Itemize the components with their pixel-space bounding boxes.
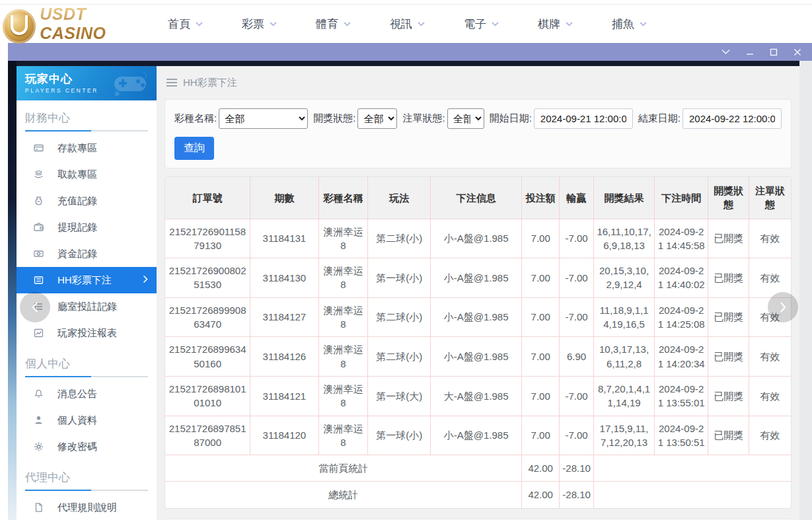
nav-item-live[interactable]: 視訊 — [390, 17, 425, 32]
nav-item-fishing[interactable]: 捕魚 — [612, 17, 647, 32]
nav-item-electronic[interactable]: 電子 — [464, 17, 499, 32]
sidebar-item-withdraw[interactable]: 取款專區 — [17, 161, 157, 188]
cell-period: 31184131 — [250, 219, 318, 258]
sidebar-item-withdrawal-record[interactable]: 提現記錄 — [17, 214, 157, 241]
sidebar-item-agent-rules[interactable]: 代理規則說明 — [17, 494, 157, 520]
sidebar-item-profile[interactable]: 個人資料 — [17, 407, 157, 433]
nav-item-sports[interactable]: 體育 — [316, 17, 351, 32]
cell-draw_status: 已開獎 — [708, 297, 749, 337]
nav-label: 視訊 — [390, 17, 412, 32]
chevron-down-icon — [492, 22, 499, 26]
chevron-down-icon — [566, 22, 573, 26]
sidebar-item-hh-lottery-bets[interactable]: HH彩票下注 — [17, 267, 157, 293]
nav-label: 棋牌 — [538, 17, 560, 32]
minimize-icon[interactable] — [746, 48, 754, 56]
cell-win_loss: 6.90 — [560, 337, 594, 377]
chevron-down-icon — [270, 22, 277, 26]
close-icon[interactable] — [794, 48, 801, 56]
cell-play: 第二球(小) — [368, 219, 431, 258]
collapse-icon[interactable] — [721, 49, 730, 55]
cell-order_no: 2152172690080251530 — [165, 258, 250, 298]
gamepad-icon — [110, 70, 151, 96]
sidebar-item-label: 修改密碼 — [57, 441, 97, 453]
section-divider — [25, 130, 148, 131]
chevron-left-icon — [31, 301, 39, 313]
cell-win_loss: -7.00 — [560, 416, 594, 455]
chevron-down-icon — [196, 22, 203, 26]
sidebar-item-label: HH彩票下注 — [57, 274, 112, 287]
column-header-draw_result: 開獎結果 — [594, 177, 655, 219]
lottery-filter-label: 彩種名稱: — [174, 112, 217, 125]
sidebar-item-change-password[interactable]: 修改密碼 — [17, 433, 157, 460]
column-header-bet_time: 下注時間 — [654, 177, 708, 219]
section-title-personal: 個人中心 — [17, 346, 157, 375]
summary-bet-amount: 42.00 — [522, 455, 560, 482]
cell-draw_result: 10,3,17,13,6,11,2,8 — [594, 337, 655, 377]
cell-period: 31184120 — [250, 416, 318, 455]
draw-status-filter-label: 開獎狀態: — [313, 112, 355, 125]
section-title-finance: 財務中心 — [17, 100, 157, 129]
sidebar-item-funds-record[interactable]: 資金記錄 — [17, 241, 157, 267]
cell-order_no: 2152172689990863470 — [165, 297, 250, 337]
cell-lottery: 澳洲幸运8 — [318, 416, 368, 455]
nav-item-chess[interactable]: 棋牌 — [538, 17, 573, 32]
summary-label: 當前頁統計 — [165, 455, 522, 482]
nav-label: 電子 — [464, 17, 486, 32]
sidebar-item-label: 提現記錄 — [57, 221, 97, 234]
page-title: HH彩票下注 — [183, 77, 237, 89]
cell-bet_amount: 7.00 — [522, 376, 560, 416]
column-header-win_loss: 輸贏 — [560, 177, 594, 219]
cell-bet_amount: 7.00 — [522, 258, 560, 298]
hamburger-icon[interactable] — [166, 79, 177, 87]
nav-item-home[interactable]: 首頁 — [168, 17, 203, 32]
panel-expand-right-button[interactable] — [768, 292, 798, 322]
lottery-select[interactable]: 全部 — [219, 108, 308, 129]
cell-draw_status: 已開獎 — [708, 337, 749, 377]
cell-bet_time: 2024-09-21 13:50:51 — [654, 416, 708, 455]
chevron-down-icon — [418, 22, 425, 26]
bell-icon — [33, 389, 44, 399]
cell-order_no: 2152172689810101010 — [165, 376, 250, 416]
site-logo[interactable]: USDT CASINO — [0, 4, 153, 44]
sidebar-item-announcements[interactable]: 消息公告 — [17, 381, 157, 407]
cell-bet_time: 2024-09-21 14:45:58 — [654, 219, 708, 258]
cell-play: 第二球(小) — [368, 337, 431, 377]
main-nav: 首頁 彩票 體育 視訊 電子 棋牌 捕魚 — [168, 17, 647, 32]
cell-bet_amount: 7.00 — [522, 219, 560, 258]
players-center-app: 玩家中心 PLAYERS CENTER 財務中心 存款專區 — [17, 66, 799, 520]
summary-row-current-page: 當前頁統計 42.00 -28.10 — [165, 455, 791, 482]
summary-bet-amount: 42.00 — [522, 482, 560, 508]
cell-order_status: 有效 — [749, 219, 791, 258]
panel-collapse-left-button[interactable] — [20, 292, 50, 322]
sidebar-item-deposit[interactable]: 存款專區 — [17, 135, 157, 161]
cell-draw_result: 8,7,20,1,4,11,14,19 — [594, 376, 655, 416]
cell-period: 31184121 — [250, 376, 318, 416]
cell-play: 第一球(大) — [368, 376, 431, 416]
draw-status-select[interactable]: 全部 — [357, 108, 397, 129]
bank-card-icon — [33, 143, 44, 153]
column-header-bet_amount: 投注額 — [522, 177, 560, 219]
document-icon — [33, 502, 44, 513]
section-divider — [25, 376, 148, 377]
sidebar-item-label: 取款專區 — [57, 168, 97, 181]
usdt-coin-icon — [3, 9, 36, 44]
maximize-icon[interactable] — [770, 48, 778, 56]
column-header-play: 玩法 — [368, 177, 431, 219]
cell-draw_result: 11,18,9,1,14,19,16,5 — [594, 297, 655, 337]
sidebar-item-label: 存款專區 — [57, 142, 97, 155]
background-left-strip — [8, 61, 17, 520]
summary-empty — [594, 455, 791, 482]
sidebar-item-player-bet-report[interactable]: 玩家投注報表 — [17, 320, 157, 346]
sidebar-item-label: 廳室投註記錄 — [57, 301, 117, 313]
search-button[interactable]: 查詢 — [174, 137, 214, 160]
end-date-input[interactable] — [683, 108, 782, 129]
cell-draw_result: 16,11,10,17,6,9,18,13 — [594, 219, 655, 258]
sidebar-item-recharge-record[interactable]: 充值記錄 — [17, 188, 157, 214]
summary-win-loss: -28.10 — [560, 455, 594, 482]
start-date-input[interactable] — [534, 108, 633, 129]
column-header-draw_status: 開獎狀態 — [708, 177, 749, 219]
nav-item-lottery[interactable]: 彩票 — [242, 17, 277, 32]
order-status-select[interactable]: 全部 — [447, 108, 484, 129]
person-icon — [33, 415, 44, 426]
sidebar-item-label: 消息公告 — [57, 388, 97, 400]
